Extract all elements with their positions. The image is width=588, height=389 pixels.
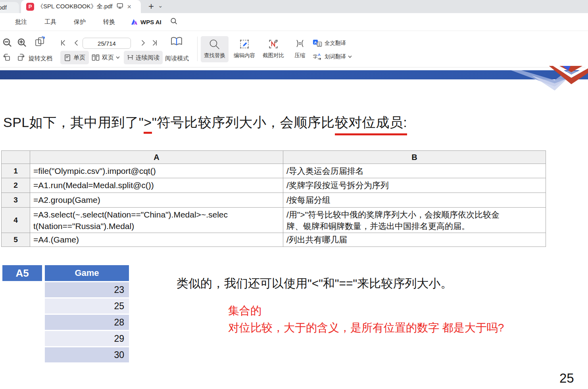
cell-a4: =A3.select(~.select(Nation=="China").Med… <box>30 208 283 233</box>
cell-a1: =file("Olympic.csv").import@cqt() <box>30 164 283 178</box>
cell-b1: /导入奥运会历届排名 <box>283 164 546 178</box>
previous-page-button[interactable] <box>73 39 81 48</box>
zoom-out-button[interactable] <box>2 38 12 49</box>
zoom-in-button[interactable] <box>17 38 27 49</box>
next-page-button[interactable] <box>139 39 147 48</box>
wps-ai-logo-icon <box>131 19 138 25</box>
result-row: 30 <box>45 347 129 362</box>
single-page-button[interactable]: 单页 <box>60 51 89 64</box>
first-page-button[interactable] <box>60 39 67 48</box>
toolbar-divider <box>197 37 198 61</box>
note-text: 类似的，我们还可以使用"<"和"=="来比较序列大小。 <box>177 275 452 292</box>
result-row: 28 <box>45 315 129 330</box>
page-number: 25 <box>559 371 574 386</box>
table-row: 1 =file("Olympic.csv").import@cqt() /导入奥… <box>2 164 546 178</box>
cell-b2: /奖牌字段按逗号拆分为序列 <box>283 178 546 193</box>
single-page-icon <box>63 54 71 62</box>
double-page-button[interactable]: 双页 <box>91 51 120 64</box>
result-row: 25 <box>45 298 129 314</box>
column-header-a: A <box>30 151 283 164</box>
menu-bar: 批注 工具 保护 转换 WPS AI <box>0 13 588 31</box>
screenshot-compare-button[interactable]: 截图对比 <box>259 36 287 62</box>
corner-header-cell <box>2 151 30 164</box>
result-table: Game 23 25 28 29 30 <box>45 265 129 362</box>
spl-code-table: A B 1 =file("Olympic.csv").import@cqt() … <box>1 150 546 247</box>
table-row: 4 =A3.select(~.select(Nation=="China").M… <box>2 208 546 233</box>
menu-item-wps-ai[interactable]: WPS AI <box>131 19 161 25</box>
word-translate-icon: 字 A <box>313 53 322 60</box>
cell-a5: =A4.(Game) <box>30 233 283 247</box>
menu-item-convert[interactable]: 转换 <box>103 18 115 26</box>
table-row: 2 =A1.run(Medal=Medal.split@c()) /奖牌字段按逗… <box>2 178 546 193</box>
menu-search-icon[interactable] <box>170 17 177 26</box>
result-row: 23 <box>45 282 129 297</box>
wps-pdf-window: pdf 《SPL COOKBOOK》全.pdf × + ⌄ 批注 工具 保护 转… <box>0 0 588 389</box>
red-underline-gt: > <box>144 115 152 134</box>
last-page-button[interactable] <box>150 39 158 48</box>
word-translate-button[interactable]: 字 A 划词翻译 <box>313 53 352 60</box>
column-header-b: B <box>283 151 546 164</box>
compress-icon <box>295 39 305 49</box>
section-heading: SPL如下，其中用到了">"符号比较序列大小，会顺序比较对位成员: <box>3 114 407 135</box>
cell-a3: =A2.group(Game) <box>30 193 283 208</box>
svg-text:A: A <box>318 53 321 57</box>
find-replace-button[interactable]: 查找替换 <box>201 36 229 62</box>
rotate-pages-button[interactable] <box>34 36 46 49</box>
tab-close-icon[interactable]: × <box>127 3 132 10</box>
rotate-right-button[interactable] <box>16 53 25 64</box>
screenshot-compare-icon <box>268 39 279 50</box>
red-underline-phrase: 较对位成员: <box>335 114 407 135</box>
read-mode-label[interactable]: 阅读模式 <box>165 55 189 62</box>
tab-active-document[interactable]: 《SPL COOKBOOK》全.pdf × <box>21 0 141 13</box>
edit-content-icon <box>239 39 250 50</box>
double-page-caret-icon <box>115 56 120 60</box>
table-row: 3 =A2.group(Game) /按每届分组 <box>2 193 546 208</box>
page-number-input[interactable] <box>83 38 131 49</box>
double-page-icon <box>91 54 100 62</box>
pdf-page: SPL如下，其中用到了">"符号比较序列大小，会顺序比较对位成员: A B 1 … <box>0 67 588 389</box>
tab-bar: pdf 《SPL COOKBOOK》全.pdf × + ⌄ <box>0 0 588 13</box>
menu-item-annotate[interactable]: 批注 <box>15 18 27 26</box>
table-row: 5 =A4.(Game) /列出共有哪几届 <box>2 233 546 247</box>
menu-item-protect[interactable]: 保护 <box>74 18 86 26</box>
edit-content-button[interactable]: 编辑内容 <box>232 36 257 62</box>
word-translate-caret-icon <box>348 55 352 59</box>
result-row: 29 <box>45 331 129 346</box>
svg-text:字: 字 <box>313 54 317 59</box>
compress-button[interactable]: 压缩 <box>290 36 309 62</box>
rotate-left-button[interactable] <box>2 53 12 64</box>
annotation-line-2: 对位比较，大于的含义，是所有位置的数字 都是大于吗? <box>228 320 504 335</box>
cell-b4: /用">"符号比较中俄的奖牌序列大小，会按顺序依次比较金 牌、银牌和铜牌数量，并… <box>283 208 546 233</box>
tab-list-caret-icon[interactable]: ⌄ <box>158 2 163 9</box>
find-replace-search-icon <box>209 39 221 50</box>
svg-text:A: A <box>314 40 317 44</box>
tab-background-document[interactable]: pdf <box>0 2 19 13</box>
svg-text:文: 文 <box>318 42 321 46</box>
cell-b5: /列出共有哪几届 <box>283 233 546 247</box>
slide-header-bar <box>0 70 588 79</box>
rotate-document-label: 旋转文档 <box>29 55 52 62</box>
continuous-read-icon <box>127 54 134 61</box>
read-mode-book-icon[interactable] <box>171 36 183 48</box>
cell-a2: =A1.run(Medal=Medal.split@c()) <box>30 178 283 193</box>
slide-corner-ribbon-decoration <box>508 66 588 92</box>
full-text-translate-button[interactable]: A 文 全文翻译 <box>313 39 346 47</box>
full-text-translate-icon: A 文 <box>313 39 322 47</box>
result-cell-ref: A5 <box>2 265 42 281</box>
menu-item-tools[interactable]: 工具 <box>44 18 56 26</box>
new-tab-button[interactable]: + <box>146 1 156 12</box>
tab-title: 《SPL COOKBOOK》全.pdf <box>37 3 113 10</box>
continuous-read-button[interactable]: 连续阅读 <box>124 51 163 64</box>
cell-b3: /按每届分组 <box>283 193 546 208</box>
pdf-file-icon <box>26 3 34 11</box>
presentation-monitor-icon[interactable] <box>117 3 123 11</box>
annotation-line-1: 集合的 <box>228 303 261 318</box>
toolbar: 旋转文档 单页 双页 连续阅读 <box>0 31 588 67</box>
result-column-header: Game <box>45 265 129 281</box>
